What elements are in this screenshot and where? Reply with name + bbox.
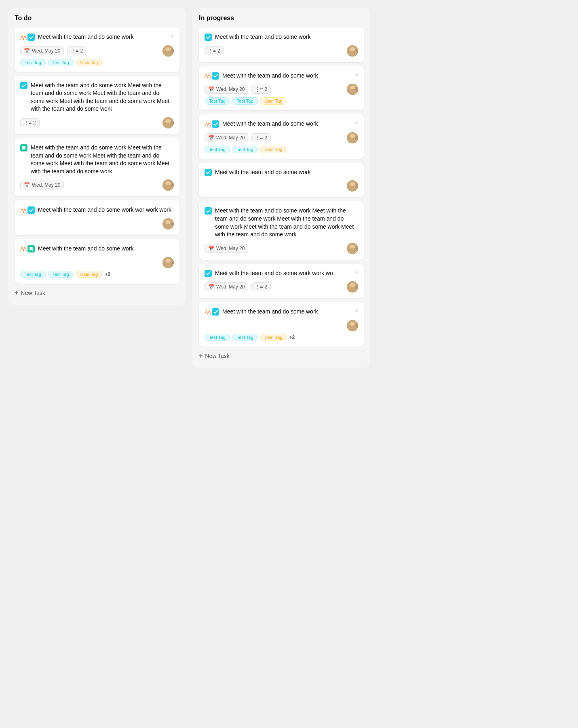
tag[interactable]: User Tag: [260, 146, 287, 153]
card-subtasks[interactable]: ⋮=2: [67, 46, 86, 55]
card-meta-row: [205, 320, 358, 331]
card-meta-left: ⋮=2: [205, 46, 224, 55]
card-icons-left: ⋀⋀: [205, 72, 219, 80]
card-title: Meet with the team and do some work Meet…: [215, 207, 358, 238]
tag[interactable]: Test Tag: [48, 59, 74, 66]
card-subtasks[interactable]: ⋮=2: [205, 46, 224, 55]
tag[interactable]: Test Tag: [232, 146, 258, 153]
new-task-button[interactable]: +New Task: [15, 288, 179, 298]
card-meta-row: 📅Wed, May 20⋮=2: [20, 45, 174, 57]
card-meta-left: ⋮=2: [20, 118, 40, 127]
card-title: Meet with the team and do some work: [222, 72, 352, 80]
avatar: [162, 179, 174, 191]
calendar-icon: 📅: [24, 182, 30, 188]
priority-icon: ⋀⋀: [205, 310, 210, 314]
card-tags-row: Test TagTest TagUser Tag: [20, 59, 174, 66]
card-title-row: Meet with the team and do some work Meet…: [20, 144, 174, 175]
link-icon[interactable]: ⎆: [171, 33, 174, 39]
bookmark-icon: [27, 245, 35, 252]
card-subtasks[interactable]: ⋮=2: [20, 118, 40, 127]
card-date[interactable]: 📅Wed, May 20: [205, 133, 248, 142]
checkbox-icon[interactable]: [20, 82, 27, 89]
card-date[interactable]: 📅Wed, May 20: [20, 181, 64, 189]
tag[interactable]: Test Tag: [20, 59, 46, 66]
card-date[interactable]: 📅Wed, May 20: [205, 85, 248, 94]
tag[interactable]: Test Tag: [232, 97, 258, 105]
card-title-row: ⋀⋀Meet with the team and do some work⎆: [205, 120, 358, 128]
calendar-icon: 📅: [24, 48, 30, 54]
card-meta-row: [20, 218, 174, 229]
checkbox-icon[interactable]: [27, 34, 35, 41]
card-title-row: Meet with the team and do some work: [205, 168, 358, 177]
new-task-label: New Task: [205, 353, 229, 359]
card-title-row: Meet with the team and do some work: [205, 33, 358, 41]
card-meta-left: 📅Wed, May 20⋮=2: [205, 282, 271, 291]
tag[interactable]: User Tag: [76, 59, 103, 66]
date-label: Wed, May 20: [216, 284, 245, 290]
card-icons-left: ⋀⋀: [20, 245, 35, 252]
checkbox-icon[interactable]: [212, 72, 219, 80]
card-icons-left: ⋀⋀: [205, 308, 219, 316]
card-icons-left: [205, 270, 212, 277]
column-todo: To do⋀⋀Meet with the team and do some wo…: [8, 8, 186, 305]
date-label: Wed, May 20: [216, 246, 245, 251]
subtask-icon: ⋮=: [208, 48, 216, 54]
card-title: Meet with the team and do some work wor …: [38, 206, 174, 214]
card-subtasks[interactable]: ⋮=2: [251, 133, 271, 142]
column-header: To do: [15, 15, 179, 22]
tag[interactable]: Test Tag: [205, 97, 230, 105]
card-title: Meet with the team and do some work: [222, 120, 352, 128]
checkbox-icon[interactable]: [205, 270, 212, 277]
link-icon[interactable]: ⎆: [355, 269, 358, 275]
task-card: Meet with the team and do some work Meet…: [199, 201, 364, 259]
card-date[interactable]: 📅Wed, May 20: [20, 46, 64, 55]
card-date[interactable]: 📅Wed, May 20: [205, 244, 248, 253]
link-icon[interactable]: ⎆: [355, 120, 358, 126]
checkbox-icon[interactable]: [212, 120, 219, 128]
checkbox-icon[interactable]: [205, 169, 212, 176]
tag-more: +2: [289, 335, 295, 340]
tag[interactable]: User Tag: [260, 334, 287, 341]
link-icon[interactable]: ⎆: [355, 308, 358, 314]
card-title-row: Meet with the team and do some work Meet…: [205, 207, 358, 238]
checkbox-icon[interactable]: [212, 308, 219, 316]
subtask-icon: ⋮=: [71, 48, 78, 54]
priority-icon: ⋀⋀: [205, 74, 210, 78]
card-icons-left: [205, 34, 212, 41]
card-meta-row: 📅Wed, May 20: [205, 243, 358, 254]
tag[interactable]: Test Tag: [205, 334, 230, 341]
link-icon[interactable]: ⎆: [355, 72, 358, 78]
card-meta-row: ⋮=2: [20, 117, 174, 128]
tag[interactable]: User Tag: [260, 97, 287, 105]
avatar: [347, 84, 358, 95]
card-meta-left: 📅Wed, May 20: [205, 244, 248, 253]
new-task-button[interactable]: +New Task: [199, 351, 364, 361]
calendar-icon: 📅: [208, 135, 214, 141]
card-title: Meet with the team and do some work work…: [215, 269, 352, 278]
subtask-icon: ⋮=: [255, 86, 263, 92]
checkbox-icon[interactable]: [205, 34, 212, 41]
card-title: Meet with the team and do some work Meet…: [31, 144, 174, 175]
card-subtasks[interactable]: ⋮=2: [251, 85, 271, 94]
card-meta-row: 📅Wed, May 20: [20, 179, 174, 191]
priority-icon: ⋀⋀: [20, 208, 26, 213]
subtask-count: 2: [217, 48, 220, 54]
date-label: Wed, May 20: [216, 135, 245, 141]
card-tags-row: Test TagTest TagUser Tag: [205, 97, 358, 105]
tag-more: +2: [105, 271, 110, 277]
checkbox-icon[interactable]: [205, 207, 212, 215]
subtask-icon: ⋮=: [24, 120, 32, 126]
tag[interactable]: Test Tag: [48, 271, 74, 278]
card-icons-left: [20, 144, 27, 151]
tag[interactable]: User Tag: [76, 271, 103, 278]
tag[interactable]: Test Tag: [20, 271, 46, 278]
card-title-row: ⋀⋀Meet with the team and do some work: [20, 245, 174, 253]
tag[interactable]: Test Tag: [205, 146, 230, 153]
checkbox-icon[interactable]: [27, 206, 35, 214]
card-date[interactable]: 📅Wed, May 20: [205, 282, 248, 291]
tag[interactable]: Test Tag: [232, 334, 258, 341]
card-subtasks[interactable]: ⋮=2: [251, 282, 271, 291]
calendar-icon: 📅: [208, 86, 214, 92]
task-card: Meet with the team and do some work work…: [199, 264, 364, 299]
card-title-row: ⋀⋀Meet with the team and do some work⎆: [205, 308, 358, 316]
